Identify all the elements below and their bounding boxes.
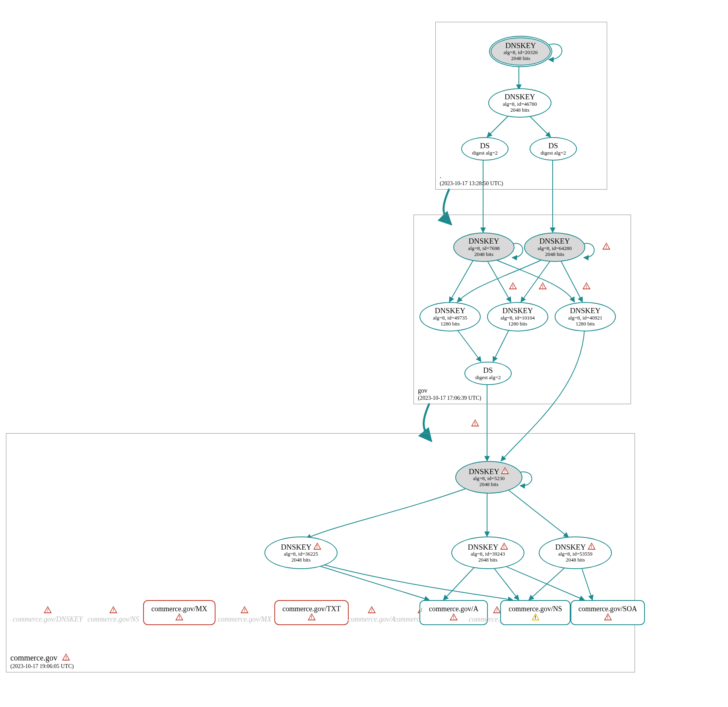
dnskey-gov-49735-bits: 1280 bits [441,321,460,327]
dnskey-label: DNSKEY ! [281,542,321,552]
rrset-mx-label: commerce.gov/MX [151,605,207,613]
ds-label: DS [483,366,493,375]
warning-icon: ! [450,613,458,620]
dnskey-gov-49735[interactable]: DNSKEY alg=8, id=49735 1280 bits [419,302,481,331]
warning-icon: ! [62,653,70,661]
ds-root-1[interactable]: DS digest alg=2 [461,137,509,161]
dnskey-gov-64280-alg: alg=8, id=64280 [538,246,572,252]
dnskey-label: DNSKEY [435,306,465,315]
rrset-mx[interactable]: commerce.gov/MX ! [143,600,215,625]
dnskey-label: DNSKEY ! [469,467,509,476]
warning-icon: ! [241,606,248,613]
dnskey-gov-40921[interactable]: DNSKEY alg=8, id=40921 1280 bits [555,302,616,331]
zone-root-ts: (2023-10-17 13:28:50 UTC) [440,180,503,186]
dnskey-gov-7698[interactable]: DNSKEY alg=8, id=7698 2048 bits [453,232,514,262]
dnskey-root-46780-alg: alg=8, id=46780 [503,101,537,107]
dnskey-root-20326-alg: alg=8, id=20326 [503,50,538,56]
dnskey-gov-40921-alg: alg=8, id=40921 [568,315,602,321]
ds-gov-digest: digest alg=2 [475,375,501,381]
dnskey-com-53559-alg: alg=8, id=53559 [558,551,592,557]
dnskey-com-5230-alg: alg=8, id=5230 [473,476,505,482]
dnskey-label: DNSKEY [502,306,533,315]
dnskey-root-20326-bits: 2048 bits [511,56,530,62]
zone-commerce-ts: (2023-10-17 19:06:05 UTC) [10,663,74,669]
dnskey-com-5230[interactable]: DNSKEY ! alg=8, id=5230 2048 bits [455,461,522,494]
ds-root-2[interactable]: DS digest alg=2 [530,137,577,161]
dnskey-gov-64280-bits: 2048 bits [545,252,564,258]
dnskey-gov-10104-bits: 1280 bits [508,321,527,327]
ds-root-1-digest: digest alg=2 [472,150,497,156]
dnskey-com-36225-alg: alg=8, id=36225 [284,551,318,557]
dnskey-label: DNSKEY ! [468,542,508,552]
dnskey-root-46780[interactable]: DNSKEY alg=8, id=46780 2048 bits [488,88,551,118]
warning-icon: ! [604,613,612,620]
warning-icon: ! [313,542,321,550]
warning-icon: ! [368,606,376,613]
zone-root-label: . (2023-10-17 13:28:50 UTC) [440,172,503,187]
warning-icon: ! [493,606,501,613]
dnskey-gov-7698-bits: 2048 bits [474,252,493,258]
ds-label: DS [480,141,489,150]
warning-icon: ! [539,282,547,291]
dnskey-com-39243-alg: alg=8, id=39243 [471,551,505,557]
dnskey-com-53559-bits: 2048 bits [566,557,585,563]
dnskey-gov-10104-alg: alg=8, id=10104 [501,315,535,321]
dnskey-com-39243-bits: 2048 bits [478,557,497,563]
dnskey-com-5230-bits: 2048 bits [479,482,498,488]
warning-yellow-icon: ! [532,613,540,620]
warning-icon: ! [500,542,508,550]
dnskey-com-36225-bits: 2048 bits [291,557,311,563]
dnskey-gov-7698-alg: alg=8, id=7698 [468,246,500,252]
rrset-soa-label: commerce.gov/SOA [579,605,637,613]
warning-icon: ! [471,419,479,428]
ds-root-2-digest: digest alg=2 [540,150,566,156]
zone-commerce-name: commerce.gov [10,653,57,662]
rrset-txt[interactable]: commerce.gov/TXT ! [274,600,349,625]
ds-label: DS [548,141,558,150]
rrset-txt-label: commerce.gov/TXT [282,605,340,613]
ghost-mx: ! commerce.gov/MX [215,606,274,623]
warning-icon: ! [602,242,610,251]
dnskey-label: DNSKEY [539,237,570,246]
ghost-dnskey: ! commerce.gov/DNSKEY [12,606,83,623]
dnskey-label: DNSKEY [505,93,535,101]
warning-icon: ! [44,606,52,613]
warning-icon: ! [588,542,596,550]
zone-gov-ts: (2023-10-17 17:06:39 UTC) [418,395,481,401]
zone-root-name: . [440,172,441,179]
warning-icon: ! [501,467,509,474]
dnskey-gov-64280[interactable]: DNSKEY alg=8, id=64280 2048 bits [524,232,585,262]
ghost-ns: ! commerce.gov/NS [83,606,143,623]
rrset-ns[interactable]: commerce.gov/NS ! [500,600,571,625]
dnskey-label: DNSKEY [570,306,600,315]
ghost-a: ! commerce.gov/A [346,606,398,623]
zone-commerce-label: commerce.gov ! (2023-10-17 19:06:05 UTC) [10,653,74,670]
dnssec-graph-canvas: . (2023-10-17 13:28:50 UTC) DNSKEY alg=8… [0,0,728,707]
dnskey-label: DNSKEY ! [555,542,595,552]
ds-gov[interactable]: DS digest alg=2 [464,362,512,385]
dnskey-label: DNSKEY [468,237,499,246]
warning-icon: ! [509,282,517,291]
dnskey-com-39243[interactable]: DNSKEY ! alg=8, id=39243 2048 bits [451,537,524,569]
dnskey-gov-40921-bits: 1280 bits [576,321,595,327]
dnskey-root-46780-bits: 2048 bits [510,107,529,113]
dnskey-gov-49735-alg: alg=8, id=49735 [433,315,467,321]
dnskey-com-53559[interactable]: DNSKEY ! alg=8, id=53559 2048 bits [539,537,612,569]
rrset-ns-label: commerce.gov/NS [509,605,562,613]
dnskey-gov-10104[interactable]: DNSKEY alg=8, id=10104 1280 bits [487,302,548,331]
dnskey-root-20326[interactable]: DNSKEY alg=8, id=20326 2048 bits [489,36,552,67]
dnskey-label: DNSKEY [505,41,536,50]
warning-icon: ! [308,613,316,620]
dnskey-com-36225[interactable]: DNSKEY ! alg=8, id=36225 2048 bits [264,537,338,569]
warning-icon: ! [582,282,590,291]
warning-icon: ! [175,613,183,620]
rrset-soa[interactable]: commerce.gov/SOA ! [571,600,645,625]
zone-gov-name: gov [418,387,427,394]
zone-gov-label: gov (2023-10-17 17:06:39 UTC) [418,387,481,401]
warning-icon: ! [109,606,117,613]
